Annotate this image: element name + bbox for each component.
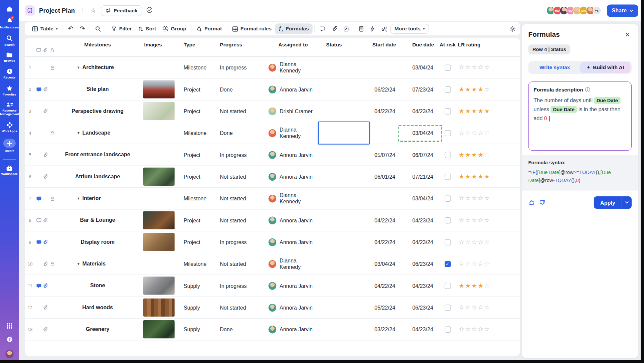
progress-cell[interactable]: Not started <box>216 261 265 267</box>
progress-cell[interactable]: Not started <box>216 108 265 114</box>
rating-star-icon[interactable]: ☆ <box>484 151 490 158</box>
due-date-cell[interactable]: 03/04/24 <box>399 64 437 70</box>
type-cell[interactable]: Supply <box>179 305 215 311</box>
type-cell[interactable]: Project <box>179 108 215 114</box>
due-date-cell[interactable]: 04/23/24 <box>399 239 437 245</box>
milestone-name-cell[interactable]: Hard woods <box>57 304 138 311</box>
sidebar-item-workapps[interactable]: WorkApps <box>0 122 19 133</box>
row-image-thumbnail[interactable] <box>143 320 175 338</box>
rating-star-icon[interactable]: ☆ <box>478 238 484 245</box>
start-date-cell[interactable]: 04/22/24 <box>370 283 399 289</box>
lock-icon[interactable] <box>48 65 57 70</box>
paperclip-icon[interactable] <box>42 283 48 288</box>
rating-star-icon[interactable]: ☆ <box>478 195 484 202</box>
start-date-cell[interactable]: 06/22/24 <box>370 86 399 92</box>
status-cell[interactable] <box>318 166 371 187</box>
milestone-name-cell[interactable]: Front entrance landscape <box>57 151 138 158</box>
paperclip-icon[interactable] <box>42 174 48 179</box>
rating-star-icon[interactable]: ☆ <box>484 260 490 267</box>
row-image-thumbnail[interactable] <box>143 80 175 98</box>
lr-rating-cell[interactable]: ★★★★★ <box>458 108 520 115</box>
due-date-cell[interactable]: 03/04/24 <box>399 195 437 201</box>
at-risk-checkbox[interactable] <box>445 283 451 289</box>
open-in-new-button[interactable] <box>340 26 352 31</box>
rating-star-icon[interactable]: ☆ <box>478 260 484 267</box>
type-cell[interactable]: Project <box>179 217 215 223</box>
thumbs-down-button[interactable] <box>539 199 546 206</box>
build-with-ai-tab[interactable]: ✦ Build with AI <box>580 62 630 73</box>
status-cell[interactable] <box>318 101 371 122</box>
more-options-icon[interactable]: ⋮ <box>80 7 86 14</box>
paperclip-icon[interactable] <box>42 327 48 332</box>
rating-star-icon[interactable]: ★ <box>478 151 484 158</box>
status-cell[interactable] <box>318 297 371 318</box>
assigned-to-cell[interactable]: Annora Jarvin <box>265 216 318 224</box>
images-cell[interactable] <box>138 233 179 251</box>
status-cell[interactable] <box>318 144 371 165</box>
column-header-images[interactable]: Images <box>138 42 179 48</box>
sidebar-item-create[interactable]: Create <box>0 139 19 153</box>
collapse-triangle-icon[interactable]: ▾ <box>77 65 79 70</box>
rating-star-icon[interactable]: ★ <box>459 151 465 158</box>
sidebar-item-search[interactable]: Search <box>0 35 19 47</box>
undo-button[interactable]: ↶ <box>65 25 76 32</box>
progress-cell[interactable]: Not started <box>216 195 265 201</box>
filter-button[interactable]: Filter <box>108 26 135 32</box>
rating-star-icon[interactable]: ☆ <box>471 216 478 223</box>
milestone-name-cell[interactable]: Bar & Lounge <box>57 217 138 223</box>
rating-star-icon[interactable]: ☆ <box>465 64 471 71</box>
status-cell[interactable] <box>318 253 371 275</box>
comment-icon[interactable] <box>35 196 42 201</box>
rating-star-icon[interactable]: ☆ <box>471 64 478 71</box>
due-date-cell[interactable]: 04/23/24 <box>399 217 437 223</box>
comments-button[interactable] <box>316 26 329 32</box>
column-header-start-date[interactable]: Start date <box>370 42 399 48</box>
start-date-cell[interactable]: 05/07/24 <box>370 152 399 158</box>
rating-star-icon[interactable]: ★ <box>465 108 471 115</box>
at-risk-cell[interactable] <box>437 283 458 289</box>
column-header-assigned-to[interactable]: Assigned to <box>265 42 318 48</box>
rating-star-icon[interactable]: ☆ <box>484 216 490 223</box>
attachments-button[interactable] <box>329 26 340 32</box>
rating-star-icon[interactable]: ☆ <box>465 216 471 223</box>
sidebar-item-home[interactable] <box>0 6 19 12</box>
type-cell[interactable]: Milestone <box>179 261 215 267</box>
start-date-cell[interactable]: 04/22/24 <box>370 217 399 223</box>
at-risk-checkbox[interactable] <box>445 130 451 136</box>
images-cell[interactable] <box>138 320 179 338</box>
share-button[interactable]: Share <box>607 4 638 17</box>
column-header-type[interactable]: Type <box>179 42 215 48</box>
collapse-triangle-icon[interactable]: ▾ <box>77 130 79 135</box>
automations-button[interactable] <box>367 26 378 32</box>
rating-star-icon[interactable]: ☆ <box>459 260 465 267</box>
at-risk-cell[interactable]: ✓ <box>437 261 458 267</box>
rating-star-icon[interactable]: ☆ <box>471 129 478 136</box>
status-cell[interactable] <box>318 231 371 253</box>
lr-rating-cell[interactable]: ☆☆☆☆☆ <box>458 238 520 246</box>
lr-rating-cell[interactable]: ☆☆☆☆☆ <box>458 195 520 202</box>
row-image-thumbnail[interactable] <box>143 277 175 295</box>
feedback-button[interactable]: Feedback <box>101 5 142 16</box>
assigned-to-cell[interactable]: Annora Jarvin <box>265 304 318 311</box>
assigned-to-cell[interactable]: Annora Jarvin <box>265 238 318 246</box>
rating-star-icon[interactable]: ★ <box>471 151 478 158</box>
rating-star-icon[interactable]: ☆ <box>471 195 478 202</box>
milestone-name-cell[interactable]: Greenery <box>57 326 138 333</box>
at-risk-cell[interactable] <box>437 174 458 180</box>
rating-star-icon[interactable]: ☆ <box>484 64 490 71</box>
lr-rating-cell[interactable]: ★★★★☆ <box>458 282 520 289</box>
column-header-milestones[interactable]: Milestones <box>57 42 138 48</box>
at-risk-checkbox[interactable] <box>445 239 451 245</box>
assigned-to-cell[interactable]: Annora Jarvin <box>265 151 318 159</box>
rating-star-icon[interactable]: ☆ <box>471 304 478 311</box>
comment-icon[interactable] <box>35 239 42 245</box>
rating-star-icon[interactable]: ★ <box>478 108 484 115</box>
column-header-progress[interactable]: Progress <box>216 42 265 48</box>
view-switcher-table[interactable]: Table▾ <box>29 26 61 32</box>
rating-star-icon[interactable]: ★ <box>465 151 471 158</box>
apply-button[interactable]: Apply <box>594 196 622 209</box>
rating-star-icon[interactable]: ★ <box>471 108 478 115</box>
at-risk-checkbox[interactable] <box>445 108 451 114</box>
at-risk-checkbox[interactable] <box>445 326 451 332</box>
rating-star-icon[interactable]: ☆ <box>478 304 484 311</box>
